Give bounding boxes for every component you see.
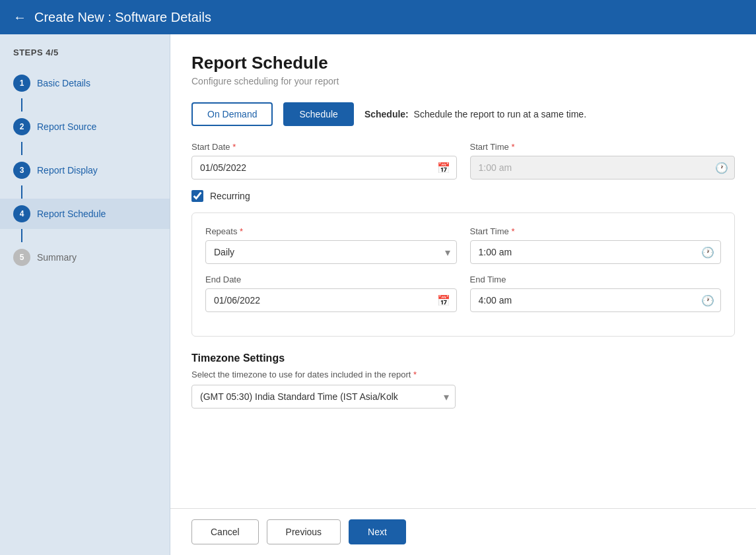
repeats-group: Repeats * Daily Weekly Monthly ▾ [205, 226, 457, 264]
sidebar: STEPS 4/5 1 Basic Details 2 Report Sourc… [0, 34, 170, 555]
recurring-panel: Repeats * Daily Weekly Monthly ▾ [191, 212, 735, 337]
timezone-select[interactable]: (GMT 05:30) India Standard Time (IST Asi… [191, 385, 456, 408]
schedule-note-text: Schedule the report to run at a same tim… [414, 109, 586, 119]
end-date-label: End Date [205, 275, 457, 284]
schedule-button[interactable]: Schedule [283, 102, 353, 126]
recurring-start-time-label: Start Time * [470, 226, 722, 236]
sidebar-item-report-schedule[interactable]: 4 Report Schedule [0, 199, 170, 229]
schedule-toggle-row: On Demand Schedule Schedule: Schedule th… [191, 102, 735, 126]
content-body: Report Schedule Configure scheduling for… [170, 34, 756, 508]
main-layout: STEPS 4/5 1 Basic Details 2 Report Sourc… [0, 34, 756, 555]
repeats-select-wrapper: Daily Weekly Monthly ▾ [205, 240, 457, 264]
sidebar-label-2: Report Source [37, 121, 96, 132]
schedule-note-prefix: Schedule: [364, 109, 409, 119]
content-footer: Cancel Previous Next [170, 508, 756, 555]
previous-button[interactable]: Previous [267, 519, 341, 544]
start-time-input[interactable] [470, 156, 736, 180]
recurring-start-time-group: Start Time * 🕐 [470, 226, 722, 264]
timezone-section: Timezone Settings Select the timezone to… [191, 352, 735, 408]
sidebar-item-report-source[interactable]: 2 Report Source [0, 112, 170, 142]
end-date-input-wrapper: 📅 [205, 288, 457, 312]
content-area: Report Schedule Configure scheduling for… [170, 34, 756, 555]
end-date-input[interactable] [205, 288, 457, 312]
timezone-sublabel: Select the timezone to use for dates inc… [191, 370, 735, 379]
repeats-label: Repeats * [205, 226, 457, 236]
end-date-group: End Date 📅 [205, 275, 457, 312]
end-date-time-row: End Date 📅 End Time 🕐 [205, 275, 721, 312]
recurring-checkbox[interactable] [191, 190, 203, 202]
app-header: ← Create New : Software Details [0, 0, 756, 34]
start-date-input[interactable] [191, 156, 457, 180]
sidebar-label-3: Report Display [37, 165, 98, 176]
page-title: Report Schedule [191, 53, 735, 73]
recurring-start-time-input[interactable] [470, 240, 722, 264]
end-time-input-wrapper: 🕐 [470, 288, 722, 312]
start-date-input-wrapper: 📅 [191, 156, 457, 180]
start-date-group: Start Date * 📅 [191, 142, 457, 180]
step-circle-5: 5 [13, 249, 30, 266]
end-time-label: End Time [470, 275, 722, 284]
recurring-label: Recurring [210, 191, 250, 201]
step-connector-3 [21, 185, 22, 199]
start-time-input-wrapper: 🕐 [470, 156, 736, 180]
sidebar-item-summary[interactable]: 5 Summary [0, 242, 170, 273]
steps-label: STEPS 4/5 [0, 48, 170, 68]
step-circle-3: 3 [13, 162, 30, 179]
end-time-input[interactable] [470, 288, 722, 312]
page-subtitle: Configure scheduling for your report [191, 76, 735, 86]
sidebar-label-4: Report Schedule [37, 209, 106, 219]
step-circle-4: 4 [13, 205, 30, 222]
start-date-label: Start Date * [191, 142, 457, 152]
header-title: Create New : Software Details [34, 10, 211, 25]
step-connector-4 [21, 229, 22, 242]
back-icon[interactable]: ← [13, 10, 26, 25]
recurring-row: Recurring [191, 190, 735, 202]
start-date-time-row: Start Date * 📅 Start Time * 🕐 [191, 142, 735, 180]
step-circle-2: 2 [13, 118, 30, 135]
start-time-label: Start Time * [470, 142, 736, 152]
step-circle-1: 1 [13, 75, 30, 92]
recurring-start-time-wrapper: 🕐 [470, 240, 722, 264]
schedule-note: Schedule: Schedule the report to run at … [364, 109, 586, 119]
sidebar-item-report-display[interactable]: 3 Report Display [0, 155, 170, 185]
step-connector-1 [21, 98, 22, 112]
sidebar-item-basic-details[interactable]: 1 Basic Details [0, 68, 170, 98]
next-button[interactable]: Next [349, 519, 406, 544]
cancel-button[interactable]: Cancel [191, 519, 259, 544]
on-demand-button[interactable]: On Demand [191, 102, 273, 126]
start-time-group: Start Time * 🕐 [470, 142, 736, 180]
timezone-select-wrapper: (GMT 05:30) India Standard Time (IST Asi… [191, 385, 456, 408]
end-time-group: End Time 🕐 [470, 275, 722, 312]
repeats-select[interactable]: Daily Weekly Monthly [205, 240, 457, 264]
timezone-title: Timezone Settings [191, 352, 735, 364]
repeats-start-row: Repeats * Daily Weekly Monthly ▾ [205, 226, 721, 264]
sidebar-label-1: Basic Details [37, 78, 90, 88]
step-connector-2 [21, 142, 22, 155]
sidebar-label-5: Summary [37, 252, 77, 263]
